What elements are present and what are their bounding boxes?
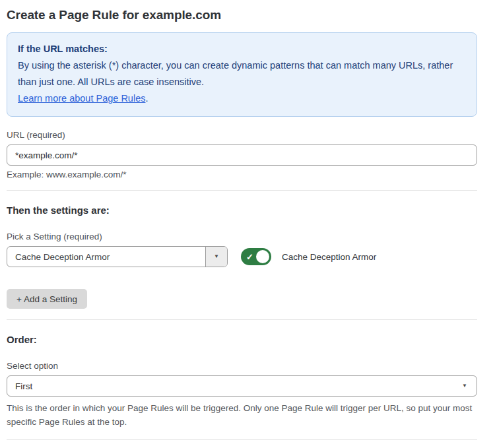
check-icon: ✓ xyxy=(246,252,253,262)
setting-dropdown-button[interactable]: ▼ xyxy=(205,247,227,267)
url-input[interactable] xyxy=(7,144,477,166)
page-rule-form: Create a Page Rule for example.com If th… xyxy=(0,0,495,448)
divider-1 xyxy=(7,190,477,191)
divider-3 xyxy=(7,439,477,440)
add-setting-button[interactable]: + Add a Setting xyxy=(7,289,87,309)
setting-dropdown[interactable]: Cache Deception Armor ▼ xyxy=(7,246,228,267)
chevron-down-icon: ▼ xyxy=(462,383,467,389)
setting-row: Cache Deception Armor ▼ ✓ Cache Deceptio… xyxy=(7,246,477,267)
info-box-heading: If the URL matches: xyxy=(18,41,466,57)
cache-deception-armor-toggle[interactable]: ✓ xyxy=(241,248,271,265)
select-option-label: Select option xyxy=(7,361,477,371)
url-field-label: URL (required) xyxy=(7,130,477,140)
page-title: Create a Page Rule for example.com xyxy=(7,8,477,22)
settings-section-heading: Then the settings are: xyxy=(7,205,477,216)
order-helper-text: This is the order in which your Page Rul… xyxy=(7,401,473,429)
order-select[interactable]: First ▼ xyxy=(7,375,477,397)
link-suffix: . xyxy=(145,93,148,104)
order-section-heading: Order: xyxy=(7,334,477,345)
divider-2 xyxy=(7,319,477,320)
info-box-body: By using the asterisk (*) character, you… xyxy=(18,57,466,90)
add-setting-wrap: + Add a Setting xyxy=(7,289,477,309)
pick-setting-label: Pick a Setting (required) xyxy=(7,232,477,241)
toggle-knob xyxy=(256,250,269,263)
setting-dropdown-value: Cache Deception Armor xyxy=(7,247,205,267)
info-box-link-line: Learn more about Page Rules. xyxy=(18,90,466,107)
learn-more-link[interactable]: Learn more about Page Rules xyxy=(18,93,145,104)
url-matches-info-box: If the URL matches: By using the asteris… xyxy=(7,32,477,117)
url-example-helper: Example: www.example.com/* xyxy=(7,170,477,179)
toggle-label: Cache Deception Armor xyxy=(282,252,376,262)
order-select-value: First xyxy=(15,381,32,391)
chevron-down-icon: ▼ xyxy=(214,254,219,259)
